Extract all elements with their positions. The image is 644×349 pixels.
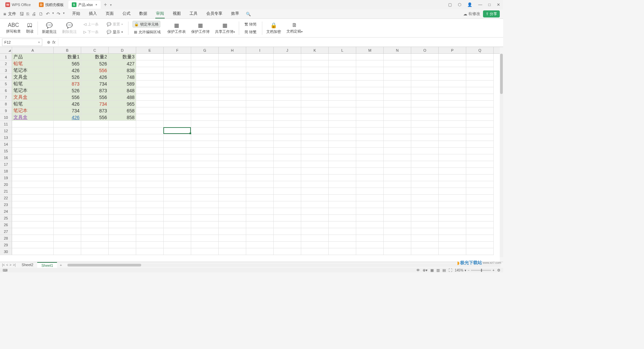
cell-I11[interactable]: [246, 121, 274, 128]
cell-K15[interactable]: [301, 148, 329, 154]
cell-F14[interactable]: [164, 141, 191, 148]
cell-E28[interactable]: [136, 235, 164, 242]
cell-J30[interactable]: [274, 248, 301, 255]
cell-F22[interactable]: [164, 195, 191, 201]
cell-N6[interactable]: [384, 87, 411, 94]
cell-M26[interactable]: [356, 221, 384, 228]
row-header-5[interactable]: 5: [0, 81, 12, 87]
col-header-E[interactable]: E: [136, 47, 164, 53]
cell-E10[interactable]: [136, 114, 164, 121]
row-header-21[interactable]: 21: [0, 188, 12, 195]
cell-E14[interactable]: [136, 141, 164, 148]
cell-F7[interactable]: [164, 94, 191, 101]
cell-Q19[interactable]: [466, 174, 494, 181]
cell-L12[interactable]: [329, 128, 356, 134]
cell-N12[interactable]: [384, 128, 411, 134]
user-icon[interactable]: 👤: [466, 2, 473, 8]
cell-L21[interactable]: [329, 188, 356, 195]
ribbon-tab-审阅[interactable]: 审阅: [155, 9, 165, 18]
cell-D19[interactable]: [109, 174, 136, 181]
cell-D11[interactable]: [109, 121, 136, 128]
cell-L15[interactable]: [329, 148, 356, 154]
cell-F3[interactable]: [164, 67, 191, 74]
cell-J14[interactable]: [274, 141, 301, 148]
cell-Q9[interactable]: [466, 107, 494, 114]
cell-G25[interactable]: [191, 215, 219, 221]
cell-M30[interactable]: [356, 248, 384, 255]
cell-F20[interactable]: [164, 181, 191, 188]
cell-B5[interactable]: 873: [54, 81, 81, 87]
maximize-icon[interactable]: □: [487, 2, 492, 8]
cell-Q1[interactable]: [466, 54, 494, 60]
cell-H22[interactable]: [219, 195, 246, 201]
cell-I24[interactable]: [246, 208, 274, 215]
cell-F26[interactable]: [164, 221, 191, 228]
sheet-next-icon[interactable]: >: [9, 263, 11, 267]
cell-B26[interactable]: [54, 221, 81, 228]
cell-H20[interactable]: [219, 181, 246, 188]
cell-F12[interactable]: [164, 128, 191, 134]
theme-icon[interactable]: ⊕▾: [423, 268, 428, 272]
cell-O11[interactable]: [411, 121, 439, 128]
cell-N2[interactable]: [384, 60, 411, 67]
cell-B8[interactable]: 426: [54, 101, 81, 107]
cell-J5[interactable]: [274, 81, 301, 87]
cell-F4[interactable]: [164, 74, 191, 81]
cell-H4[interactable]: [219, 74, 246, 81]
cell-F16[interactable]: [164, 154, 191, 161]
cell-I13[interactable]: [246, 134, 274, 141]
cell-C18[interactable]: [81, 168, 109, 174]
cell-C28[interactable]: [81, 235, 109, 242]
cell-P9[interactable]: [439, 107, 466, 114]
cell-L18[interactable]: [329, 168, 356, 174]
row-header-17[interactable]: 17: [0, 161, 12, 168]
cell-C29[interactable]: [81, 242, 109, 248]
cell-O12[interactable]: [411, 128, 439, 134]
row-header-16[interactable]: 16: [0, 154, 12, 161]
cell-E17[interactable]: [136, 161, 164, 168]
cell-K9[interactable]: [301, 107, 329, 114]
row-header-27[interactable]: 27: [0, 228, 12, 235]
cell-F28[interactable]: [164, 235, 191, 242]
cell-I3[interactable]: [246, 67, 274, 74]
cell-P19[interactable]: [439, 174, 466, 181]
cell-J9[interactable]: [274, 107, 301, 114]
cell-E9[interactable]: [136, 107, 164, 114]
cell-O23[interactable]: [411, 201, 439, 208]
cell-A17[interactable]: [12, 161, 54, 168]
cell-O26[interactable]: [411, 221, 439, 228]
row-header-25[interactable]: 25: [0, 215, 12, 221]
cell-I30[interactable]: [246, 248, 274, 255]
cell-G6[interactable]: [191, 87, 219, 94]
cell-G22[interactable]: [191, 195, 219, 201]
cell-I23[interactable]: [246, 201, 274, 208]
cell-D28[interactable]: [109, 235, 136, 242]
cell-M24[interactable]: [356, 208, 384, 215]
cell-K30[interactable]: [301, 248, 329, 255]
cell-H14[interactable]: [219, 141, 246, 148]
cell-G1[interactable]: [191, 54, 219, 60]
cell-H12[interactable]: [219, 128, 246, 134]
cell-I29[interactable]: [246, 242, 274, 248]
redo-dropdown-icon[interactable]: ▾: [63, 11, 65, 16]
cell-A22[interactable]: [12, 195, 54, 201]
view-normal-icon[interactable]: ▦: [430, 268, 434, 272]
cell-M9[interactable]: [356, 107, 384, 114]
cell-L6[interactable]: [329, 87, 356, 94]
cell-C5[interactable]: 734: [81, 81, 109, 87]
cell-J3[interactable]: [274, 67, 301, 74]
cell-L25[interactable]: [329, 215, 356, 221]
cell-K8[interactable]: [301, 101, 329, 107]
cell-P10[interactable]: [439, 114, 466, 121]
cell-G20[interactable]: [191, 181, 219, 188]
cell-H16[interactable]: [219, 154, 246, 161]
col-header-Q[interactable]: Q: [466, 47, 494, 53]
col-header-B[interactable]: B: [54, 47, 81, 53]
cell-D12[interactable]: [109, 128, 136, 134]
cell-L23[interactable]: [329, 201, 356, 208]
cell-A23[interactable]: [12, 201, 54, 208]
cell-Q13[interactable]: [466, 134, 494, 141]
cell-I22[interactable]: [246, 195, 274, 201]
col-header-D[interactable]: D: [109, 47, 136, 53]
cell-M4[interactable]: [356, 74, 384, 81]
